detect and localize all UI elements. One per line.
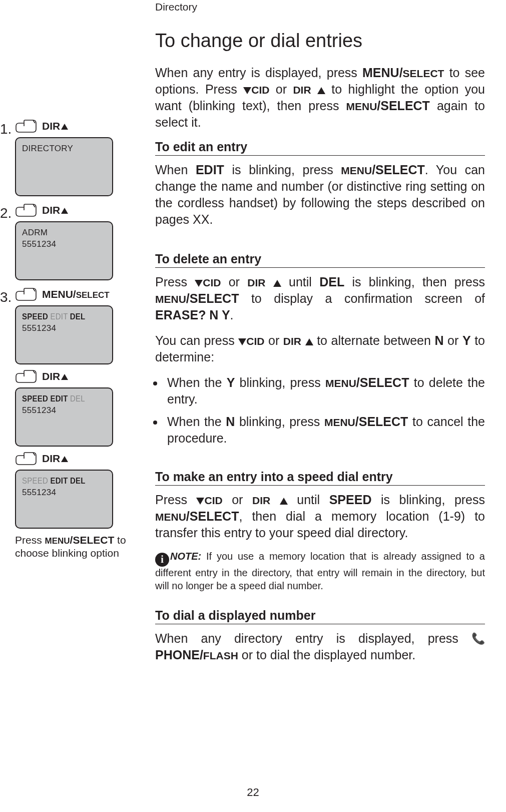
delete-heading: To delete an entry xyxy=(155,252,485,268)
page-title: To change or dial entries xyxy=(155,30,485,52)
up-triangle-icon xyxy=(61,374,68,380)
speed-note: iNOTE: If you use a memory location that… xyxy=(155,550,485,592)
menu-select-button-label: MENU/SELECT xyxy=(42,288,110,300)
up-triangle-icon xyxy=(317,87,325,94)
lcd-screen: ADRM 5551234 xyxy=(15,221,113,280)
up-triangle-icon xyxy=(273,280,281,287)
screen-line-2: 5551234 xyxy=(22,239,106,250)
screen-line-1: SPEED EDIT DEL xyxy=(22,393,96,405)
screen-line-1: DIRECTORY xyxy=(22,143,106,155)
pointing-hand-icon xyxy=(15,119,37,133)
cid-label: CID xyxy=(251,84,269,96)
text: or xyxy=(269,82,293,96)
delete-p1: Press CID or DIR until DEL is blinking, … xyxy=(155,274,485,323)
pointing-hand-icon xyxy=(15,452,37,466)
screen-line-2: 5551234 xyxy=(22,405,106,417)
lcd-screen: DIRECTORY xyxy=(15,137,113,196)
edit-body: When EDIT is blinking, press MENU/SELECT… xyxy=(155,162,485,228)
edit-heading: To edit an entry xyxy=(155,140,485,156)
menu-select-label: MENU/SELECT xyxy=(346,99,429,113)
section-header: Directory xyxy=(155,1,197,13)
step-2: 2. DIR ADRM 5551234 xyxy=(0,203,140,280)
dir-button-label: DIR xyxy=(42,453,68,465)
dial-body: When any directory entry is displayed, p… xyxy=(155,630,485,663)
screen-line-1: SPEED EDIT DEL xyxy=(22,476,96,487)
delete-bullets: When the Y blinking, press MENU/SELECT t… xyxy=(155,374,485,447)
down-triangle-icon xyxy=(243,87,251,94)
dir-button-label: DIR xyxy=(42,204,68,216)
pointing-hand-icon xyxy=(15,287,37,301)
bullet-item: When the Y blinking, press MENU/SELECT t… xyxy=(164,374,485,408)
down-triangle-icon xyxy=(196,498,204,505)
screen-line-2: 5551234 xyxy=(22,323,106,334)
pointing-hand-icon xyxy=(15,369,37,383)
up-triangle-icon xyxy=(61,208,68,214)
screen-line-1: ADRM xyxy=(22,227,106,239)
sidebar-caption: Press MENU/SELECT to choose blinking opt… xyxy=(15,534,140,560)
main-content: To change or dial entries When any entry… xyxy=(155,30,485,672)
down-triangle-icon xyxy=(195,280,203,287)
screen-line-2: 5551234 xyxy=(22,487,106,499)
lcd-screen: SPEED EDIT DEL 5551234 xyxy=(15,387,113,447)
phone-icon: 📞 xyxy=(471,632,485,645)
delete-p2: You can press CID or DIR to alternate be… xyxy=(155,332,485,365)
down-triangle-icon xyxy=(238,338,246,345)
sidebar-steps: 1. DIR DIRECTORY 2. DIR ADRM 5551234 xyxy=(0,119,140,567)
dial-heading: To dial a displayed number xyxy=(155,608,485,624)
info-icon: i xyxy=(155,553,169,567)
dir-button-label: DIR xyxy=(42,120,68,132)
lcd-screen: SPEED EDIT DEL 5551234 xyxy=(15,470,113,529)
step-number: 3. xyxy=(0,289,12,305)
up-triangle-icon xyxy=(280,498,288,505)
step-1: 1. DIR DIRECTORY xyxy=(0,119,140,196)
speed-body: Press CID or DIR until SPEED is blinking… xyxy=(155,492,485,541)
speed-heading: To make an entry into a speed dial entry xyxy=(155,470,485,486)
step-3: 3. MENU/SELECT SPEED EDIT DEL 5551234 DI… xyxy=(0,287,140,560)
bullet-item: When the N blinking, press MENU/SELECT t… xyxy=(164,414,485,447)
intro-paragraph: When any entry is displayed, press MENU/… xyxy=(155,65,485,131)
page-number: 22 xyxy=(0,786,506,799)
up-triangle-icon xyxy=(305,338,313,345)
dir-button-label: DIR xyxy=(42,370,68,382)
text: When any entry is displayed, press xyxy=(155,66,362,80)
pointing-hand-icon xyxy=(15,203,37,217)
up-triangle-icon xyxy=(61,124,68,130)
menu-select-label: MENU/SELECT xyxy=(362,66,444,80)
step-number: 1. xyxy=(0,121,12,137)
dir-label: DIR xyxy=(293,84,311,96)
up-triangle-icon xyxy=(61,456,68,462)
screen-line-1: SPEED EDIT DEL xyxy=(22,311,96,323)
lcd-screen: SPEED EDIT DEL 5551234 xyxy=(15,305,113,364)
step-number: 2. xyxy=(0,205,12,221)
